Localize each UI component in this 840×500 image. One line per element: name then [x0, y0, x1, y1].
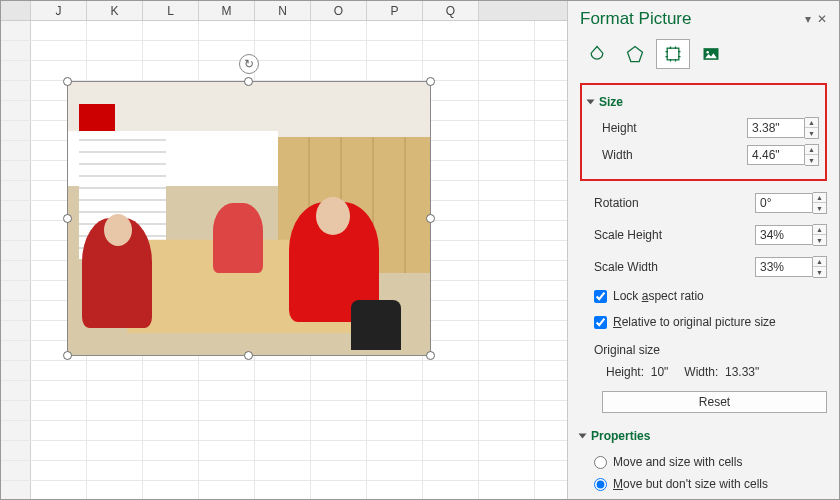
spin-up-icon[interactable]: ▲	[813, 193, 826, 203]
spin-up-icon[interactable]: ▲	[813, 225, 826, 235]
tab-size-icon[interactable]	[656, 39, 690, 69]
grid[interactable]: ↻	[1, 21, 567, 499]
resize-handle[interactable]	[426, 77, 435, 86]
collapse-icon	[579, 434, 587, 439]
spin-down-icon[interactable]: ▼	[813, 203, 826, 213]
rotation-label: Rotation	[594, 196, 639, 210]
col-header[interactable]: O	[311, 1, 367, 20]
pane-tabs	[580, 39, 827, 69]
resize-handle[interactable]	[63, 77, 72, 86]
move-size-radio[interactable]	[594, 456, 607, 469]
pane-title: Format Picture	[580, 9, 691, 29]
resize-handle[interactable]	[63, 214, 72, 223]
tab-fill-icon[interactable]	[580, 39, 614, 69]
move-nosize-label: Move but don't size with cells	[613, 477, 768, 491]
move-size-option[interactable]: Move and size with cells	[594, 455, 827, 469]
tab-effects-icon[interactable]	[618, 39, 652, 69]
lock-aspect-label: Lock aspect ratio	[613, 289, 704, 303]
scale-height-field[interactable]	[755, 225, 813, 245]
col-header[interactable]: K	[87, 1, 143, 20]
scale-width-input[interactable]: ▲▼	[755, 256, 827, 278]
rotation-field[interactable]	[755, 193, 813, 213]
svg-marker-0	[628, 47, 643, 62]
col-header[interactable]: L	[143, 1, 199, 20]
spin-down-icon[interactable]: ▼	[805, 128, 818, 138]
svg-rect-1	[667, 48, 679, 60]
lock-aspect-checkbox[interactable]: Lock aspect ratio	[594, 289, 827, 303]
scale-width-label: Scale Width	[594, 260, 658, 274]
resize-handle[interactable]	[426, 351, 435, 360]
corner-cell[interactable]	[1, 1, 31, 20]
spin-up-icon[interactable]: ▲	[805, 145, 818, 155]
size-section-title: Size	[599, 95, 623, 109]
resize-handle[interactable]	[426, 214, 435, 223]
resize-handle[interactable]	[63, 351, 72, 360]
size-section-header[interactable]: Size	[588, 95, 819, 109]
scale-height-input[interactable]: ▲▼	[755, 224, 827, 246]
move-nosize-option[interactable]: Move but don't size with cells	[594, 477, 827, 491]
height-input[interactable]: ▲▼	[747, 117, 819, 139]
col-header[interactable]: M	[199, 1, 255, 20]
svg-point-3	[706, 51, 709, 54]
scale-width-field[interactable]	[755, 257, 813, 277]
properties-section-title: Properties	[591, 429, 650, 443]
spin-down-icon[interactable]: ▼	[805, 155, 818, 165]
spin-up-icon[interactable]: ▲	[813, 257, 826, 267]
col-header[interactable]: P	[367, 1, 423, 20]
spreadsheet-area[interactable]: J K L M N O P Q ↻	[1, 1, 567, 499]
reset-button[interactable]: Reset	[602, 391, 827, 413]
close-icon[interactable]: ✕	[817, 12, 827, 26]
relative-size-checkbox[interactable]: Relative to original picture size	[594, 315, 827, 329]
column-headers: J K L M N O P Q	[1, 1, 567, 21]
pane-menu-icon[interactable]: ▾	[805, 12, 811, 26]
resize-handle[interactable]	[244, 77, 253, 86]
move-size-label: Move and size with cells	[613, 455, 742, 469]
original-size-values: Height: 10" Width: 13.33"	[606, 365, 827, 379]
picture-content	[68, 82, 430, 355]
selected-picture[interactable]: ↻	[67, 81, 431, 356]
width-label: Width	[602, 148, 633, 162]
resize-handle[interactable]	[244, 351, 253, 360]
app-root: J K L M N O P Q ↻	[0, 0, 840, 500]
relative-size-input[interactable]	[594, 316, 607, 329]
col-header[interactable]: Q	[423, 1, 479, 20]
size-highlight-box: Size Height ▲▼ Width ▲▼	[580, 83, 827, 181]
lock-aspect-input[interactable]	[594, 290, 607, 303]
height-field[interactable]	[747, 118, 805, 138]
scale-height-label: Scale Height	[594, 228, 662, 242]
relative-size-label: Relative to original picture size	[613, 315, 776, 329]
rotate-handle[interactable]: ↻	[239, 54, 259, 74]
tab-picture-icon[interactable]	[694, 39, 728, 69]
height-label: Height	[602, 121, 637, 135]
spin-down-icon[interactable]: ▼	[813, 267, 826, 277]
col-header[interactable]: N	[255, 1, 311, 20]
width-input[interactable]: ▲▼	[747, 144, 819, 166]
rotation-input[interactable]: ▲▼	[755, 192, 827, 214]
properties-section-header[interactable]: Properties	[580, 429, 827, 443]
format-picture-pane: Format Picture ▾ ✕ Size Height ▲▼	[567, 1, 839, 499]
width-field[interactable]	[747, 145, 805, 165]
spin-up-icon[interactable]: ▲	[805, 118, 818, 128]
spin-down-icon[interactable]: ▼	[813, 235, 826, 245]
original-size-label: Original size	[594, 343, 827, 357]
collapse-icon	[587, 100, 595, 105]
col-header[interactable]: J	[31, 1, 87, 20]
move-nosize-radio[interactable]	[594, 478, 607, 491]
